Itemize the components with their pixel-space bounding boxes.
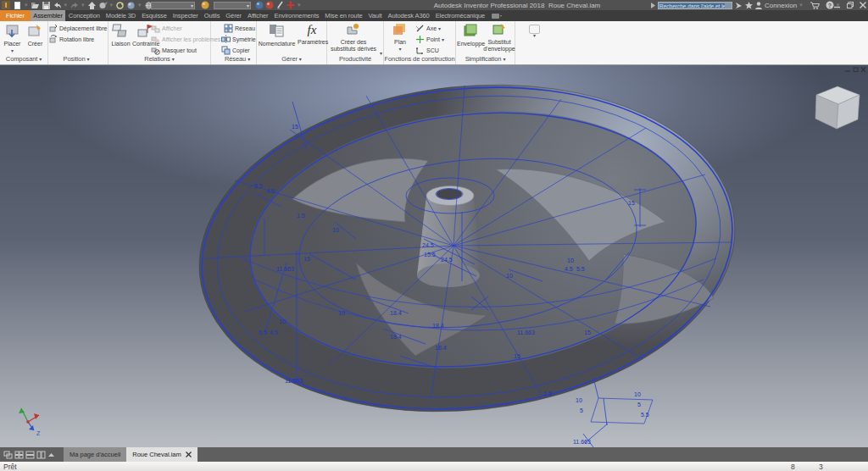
status-count-1: 8 — [791, 463, 795, 471]
tab-esquisse[interactable]: Esquisse — [139, 10, 170, 21]
update-icon[interactable] — [116, 2, 124, 9]
tab-modele-3d[interactable]: Modèle 3D — [103, 10, 138, 21]
tab-environnements[interactable]: Environnements — [271, 10, 322, 21]
new-file-dropdown-icon[interactable]: ▾ — [25, 2, 28, 8]
tab-electromecanique[interactable]: Electromécanique — [432, 10, 487, 21]
inventor-logo-icon[interactable]: I — [2, 1, 10, 9]
group-label-fdc[interactable]: Fonctions de construction — [384, 55, 455, 63]
dim-label: 10 — [576, 397, 582, 403]
copier-button[interactable]: Copier — [221, 46, 250, 55]
render-icon[interactable] — [99, 2, 107, 9]
connexion-label[interactable]: Connexion — [765, 2, 797, 9]
user-icon[interactable] — [755, 2, 762, 9]
close-button[interactable] — [860, 2, 866, 8]
tab-ma-page-daccueil[interactable]: Ma page d'accueil — [64, 447, 126, 462]
plan-button[interactable]: Plan▾ — [389, 23, 411, 53]
favorites-star-icon[interactable] — [745, 2, 753, 9]
placer-button[interactable]: Placer▾ — [2, 23, 23, 54]
parametres-button[interactable]: fx Paramètres — [298, 23, 326, 46]
substitut-enveloppe-button[interactable]: Substitut d'enveloppe — [483, 23, 515, 53]
liaison-button[interactable]: Liaison — [109, 23, 132, 47]
group-label-gerer[interactable]: Gérer ▾ — [257, 55, 326, 63]
new-file-icon[interactable] — [14, 2, 21, 9]
measure-icon[interactable] — [127, 2, 135, 9]
material-select[interactable]: ▾ — [151, 2, 195, 9]
dim-label: 5 — [580, 407, 583, 413]
group-label-simplification[interactable]: Simplification ▾ — [456, 55, 515, 63]
group-label-reseau[interactable]: Réseau ▾ — [219, 55, 256, 63]
tab-gerer[interactable]: Gérer — [223, 10, 245, 21]
material-sphere-icon[interactable] — [201, 1, 209, 8]
symetrie-button[interactable]: Symétrie — [221, 35, 256, 44]
render-dropdown-icon[interactable]: ▾ — [110, 2, 114, 8]
tab-outils[interactable]: Outils — [201, 10, 223, 21]
cascade-windows-icon[interactable] — [3, 451, 13, 459]
dim-label: 24.5 — [441, 257, 453, 263]
qat-dropdown-icon[interactable]: ▾ — [298, 2, 301, 8]
liaison-icon — [112, 23, 131, 38]
group-label-composant[interactable]: Composant ▾ — [0, 55, 47, 63]
help-icon[interactable]: ? — [826, 1, 834, 9]
document-title: Roue Cheval.iam — [548, 2, 600, 9]
undo-dropdown-icon[interactable]: ▾ — [64, 2, 68, 8]
open-icon[interactable] — [31, 2, 39, 9]
tab-conception[interactable]: Conception — [65, 10, 103, 21]
enveloppe-button[interactable]: Enveloppe — [457, 23, 483, 47]
dim-label: 5.5 — [641, 412, 649, 418]
group-label-position[interactable]: Position ▾ — [45, 55, 108, 63]
scu-button[interactable]: SCU — [415, 46, 439, 55]
dim-label: 10 — [332, 227, 339, 233]
vertical-windows-icon[interactable] — [36, 451, 46, 459]
search-go-icon[interactable] — [735, 2, 743, 9]
restore-button[interactable] — [847, 2, 854, 8]
afficher-button[interactable]: Afficher — [151, 24, 182, 33]
rotation-libre-button[interactable]: Rotation libre — [48, 35, 94, 44]
appearance-sphere-icon[interactable] — [255, 1, 263, 8]
deplacement-libre-button[interactable]: Déplacement libre — [48, 24, 107, 33]
tab-inspecter[interactable]: Inspecter — [170, 10, 201, 21]
tab-autodesk-a360[interactable]: Autodesk A360 — [385, 10, 432, 21]
quick-access-toolbar: ▾ ▾ ▾ ▾ ▾ — [14, 1, 153, 9]
tab-mise-en-route[interactable]: Mise en route — [322, 10, 365, 21]
tile-windows-icon[interactable] — [14, 451, 24, 459]
group-label-productivite[interactable]: Productivité — [327, 55, 383, 63]
connexion-dropdown-icon[interactable]: ▾ — [799, 2, 803, 8]
dim-label: 11.663 — [276, 266, 294, 272]
tab-assembler[interactable]: Assembler — [31, 10, 66, 21]
tab-vault[interactable]: Vault — [365, 10, 385, 21]
creer-button[interactable]: Créer — [25, 23, 46, 47]
horizontal-windows-icon[interactable] — [25, 451, 35, 459]
tab-close-icon[interactable] — [186, 452, 192, 457]
save-icon[interactable] — [42, 2, 50, 9]
home-icon[interactable] — [88, 2, 96, 9]
pen-icon[interactable] — [276, 1, 284, 8]
axe-button[interactable]: Axe▾ — [415, 24, 441, 33]
cart-icon[interactable] — [810, 2, 820, 9]
measure-dropdown-icon[interactable]: ▾ — [138, 2, 142, 8]
tab-fichier[interactable]: Fichier — [0, 10, 31, 21]
add-icon[interactable] — [287, 1, 294, 8]
color-sphere-icon[interactable] — [265, 1, 273, 8]
ribbon-overflow-button[interactable]: ▾ — [529, 25, 540, 34]
afficher-les-problemes-button[interactable]: Afficher les problèmes — [151, 35, 220, 44]
redo-dropdown-icon[interactable]: ▾ — [81, 2, 85, 8]
tab-afficher[interactable]: Afficher — [245, 10, 272, 21]
search-input[interactable]: Recherche dans l'aide et les com — [658, 2, 732, 9]
point-button[interactable]: Point▾ — [415, 35, 444, 44]
masquer-tout-button[interactable]: Masquer tout — [151, 46, 197, 55]
minimize-button[interactable] — [834, 2, 841, 8]
nomenclature-button[interactable]: Nomenclature — [258, 23, 296, 47]
substituts-derives-button[interactable]: Créer des substituts dérivés — [329, 23, 378, 53]
collapse-tabs-icon[interactable] — [47, 452, 55, 458]
tab-overflow[interactable] — [492, 10, 502, 21]
dim-label: 18.4 — [390, 310, 402, 316]
appearance-select[interactable]: ▾ — [214, 2, 251, 9]
reseau-button[interactable]: Réseau — [224, 24, 255, 33]
group-label-relations[interactable]: Relations ▾ — [108, 55, 210, 63]
tab-roue-cheval[interactable]: Roue Cheval.iam — [126, 447, 198, 462]
viewport-3d[interactable]: 155.54.51.5101511.66324.515.524.51010105… — [0, 65, 868, 447]
placer-icon — [4, 23, 21, 38]
search-expand-icon[interactable] — [651, 3, 655, 8]
undo-icon[interactable] — [53, 2, 61, 9]
redo-icon[interactable] — [70, 2, 78, 9]
